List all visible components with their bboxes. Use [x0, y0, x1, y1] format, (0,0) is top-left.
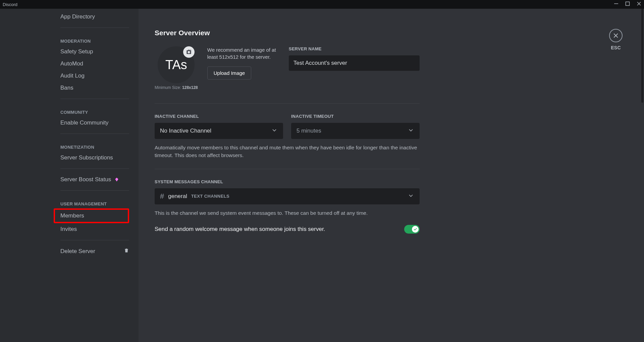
- close-settings-button[interactable]: ESC: [609, 29, 623, 50]
- sidebar-item-label: Delete Server: [60, 248, 95, 255]
- sidebar-item-safety-setup[interactable]: Safety Setup: [60, 46, 129, 58]
- scrollbar[interactable]: [641, 9, 644, 333]
- svg-rect-0: [626, 2, 630, 6]
- server-name-input[interactable]: [289, 55, 420, 71]
- divider: [60, 28, 129, 28]
- sidebar-item-automod[interactable]: AutoMod: [60, 58, 129, 70]
- upload-image-icon[interactable]: [183, 46, 195, 58]
- sidebar-header-monetization: MONETIZATION: [60, 139, 129, 152]
- min-size-text: Minimum Size: 128x128: [155, 85, 198, 90]
- window-controls: [614, 1, 641, 7]
- sidebar-header-moderation: MODERATION: [60, 33, 129, 46]
- annotation-highlight: Members: [54, 208, 129, 223]
- sidebar-item-server-boost[interactable]: Server Boost Status: [60, 174, 129, 186]
- chevron-down-icon: [271, 127, 278, 135]
- divider: [155, 169, 420, 169]
- system-channel-label: SYSTEM MESSAGES CHANNEL: [155, 179, 420, 184]
- divider: [60, 240, 129, 240]
- channel-category: TEXT CHANNELS: [191, 194, 229, 199]
- sidebar-header-user-management: USER MANAGEMENT: [60, 195, 129, 208]
- boost-gem-icon: [114, 177, 119, 182]
- sidebar-item-app-directory[interactable]: App Directory: [60, 11, 129, 23]
- titlebar: Discord: [0, 0, 644, 9]
- toggle-knob: [412, 226, 419, 233]
- content-pane: ESC Server Overview TAs Minimum Size: 12…: [139, 9, 644, 342]
- chevron-down-icon: [408, 192, 414, 200]
- inactive-timeout-select[interactable]: 5 minutes: [291, 123, 420, 139]
- sidebar-item-audit-log[interactable]: Audit Log: [60, 70, 129, 82]
- welcome-toggle[interactable]: [404, 225, 420, 234]
- sidebar-item-label: Server Boost Status: [60, 176, 111, 183]
- sidebar-item-delete-server[interactable]: Delete Server: [60, 245, 129, 257]
- divider: [155, 103, 420, 104]
- divider: [60, 168, 129, 169]
- chevron-down-icon: [408, 127, 414, 135]
- sidebar-header-community: COMMUNITY: [60, 104, 129, 117]
- system-help-text: This is the channel we send system event…: [155, 209, 420, 217]
- upload-image-button[interactable]: Upload Image: [207, 66, 251, 80]
- sidebar-item-members[interactable]: Members: [60, 210, 128, 221]
- esc-label: ESC: [611, 45, 621, 50]
- sidebar-item-server-subscriptions[interactable]: Server Subscriptions: [60, 152, 129, 164]
- close-icon: [609, 29, 623, 42]
- maximize-icon[interactable]: [625, 1, 630, 7]
- hash-icon: #: [160, 192, 164, 201]
- divider: [60, 99, 129, 99]
- system-channel-select[interactable]: # general TEXT CHANNELS: [155, 188, 420, 204]
- recommend-text: We recommend an image of at least 512x51…: [207, 46, 279, 60]
- minimize-icon[interactable]: [614, 1, 619, 7]
- divider: [60, 134, 129, 134]
- page-title: Server Overview: [155, 29, 420, 37]
- scrollbar-thumb[interactable]: [641, 9, 643, 103]
- inactive-timeout-label: INACTIVE TIMEOUT: [291, 114, 420, 119]
- welcome-toggle-label: Send a random welcome message when someo…: [155, 226, 325, 233]
- server-name-label: SERVER NAME: [289, 46, 420, 51]
- avatar-initials: TAs: [165, 58, 187, 72]
- inactive-channel-select[interactable]: No Inactive Channel: [155, 123, 283, 139]
- divider: [60, 190, 129, 191]
- server-avatar[interactable]: TAs: [158, 46, 195, 83]
- inactive-help-text: Automatically move members to this chann…: [155, 144, 420, 159]
- sidebar-item-enable-community[interactable]: Enable Community: [60, 117, 129, 129]
- app-title: Discord: [3, 2, 17, 7]
- channel-name: general: [168, 193, 187, 200]
- sidebar-item-invites[interactable]: Invites: [60, 223, 129, 235]
- sidebar-item-bans[interactable]: Bans: [60, 82, 129, 94]
- trash-icon: [124, 248, 129, 255]
- close-icon[interactable]: [637, 1, 641, 7]
- settings-sidebar: App Directory MODERATION Safety Setup Au…: [0, 9, 139, 342]
- select-value: 5 minutes: [297, 128, 321, 134]
- inactive-channel-label: INACTIVE CHANNEL: [155, 114, 283, 119]
- select-value: No Inactive Channel: [160, 128, 211, 134]
